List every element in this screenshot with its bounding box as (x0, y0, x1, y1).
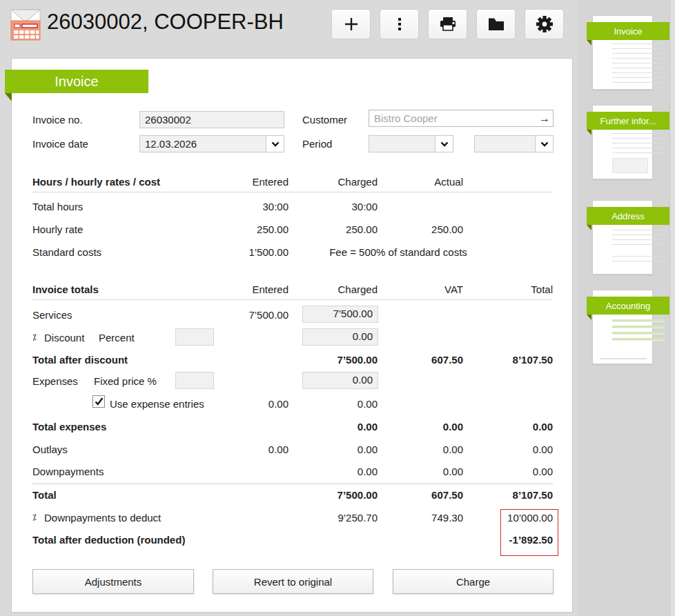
add-button[interactable] (331, 9, 371, 39)
total-after-discount-vat: 607.50 (373, 354, 463, 366)
total-hours-label: Total hours (32, 201, 83, 212)
discount-percent-label: Percent (99, 332, 135, 344)
downpayments-charged: 0.00 (288, 466, 378, 477)
discount-charged-field[interactable]: 0.00 (302, 328, 378, 346)
total-hours-charged: 30:00 (288, 201, 378, 212)
fee-note: Fee = 500% of standard costs (295, 246, 502, 258)
sidebar-item-further-information[interactable]: Further infor... (577, 105, 675, 188)
charge-button[interactable]: Charge (393, 569, 554, 594)
services-label: Services (32, 309, 72, 321)
printer-icon (439, 16, 457, 32)
scrollbar-track[interactable] (669, 0, 675, 616)
hours-col-charged: Charged (288, 176, 378, 188)
downpayments-vat: 0.00 (373, 466, 463, 477)
outlays-label: Outlays (32, 444, 68, 455)
fixed-price-percent-field[interactable] (175, 372, 214, 389)
totals-col-total: Total (463, 284, 553, 295)
folder-button[interactable] (476, 9, 516, 39)
outlays-vat: 0.00 (373, 444, 463, 455)
divider (32, 192, 553, 192)
downpayments-deduct-vat: 749.30 (373, 512, 463, 524)
fixed-price-label: Fixed price % (94, 375, 157, 387)
expenses-charged-field[interactable]: 0.00 (302, 372, 378, 389)
banner-fold (587, 315, 591, 320)
customer-field[interactable]: → (369, 110, 554, 127)
period-to-dropdown-button[interactable] (535, 136, 553, 152)
kebab-menu-icon (391, 16, 408, 32)
hours-section-title: Hours / hourly rates / cost (32, 176, 160, 188)
table-row: ⁒ Downpayments to deduct 9’250.70 749.30… (12, 512, 572, 527)
invoice-date-input[interactable] (140, 138, 266, 150)
thumbnail-preview (612, 319, 665, 343)
invoice-panel: Invoice Invoice no. Customer → Invoice d… (11, 58, 573, 613)
customer-input[interactable] (369, 112, 536, 124)
sidebar-item-label: Address (587, 207, 669, 225)
total-hours-entered: 30:00 (184, 201, 288, 212)
adjustments-button[interactable]: Adjustments (32, 569, 194, 594)
downpayments-label: Downpayments (32, 466, 104, 477)
sidebar-item-accounting[interactable]: Accounting (577, 290, 675, 372)
total-expenses-vat: 0.00 (373, 421, 463, 433)
table-row: Hourly rate 250.00 250.00 250.00 (12, 223, 572, 239)
table-row: Total 7’500.00 607.50 8’107.50 (12, 489, 572, 504)
hours-col-actual: Actual (373, 176, 463, 188)
sidebar-item-label: Invoice (587, 22, 669, 40)
downpayments-deduct-label: Downpayments to deduct (44, 512, 161, 524)
standard-costs-label: Standard costs (32, 246, 101, 258)
revert-to-original-button[interactable]: Revert to original (213, 569, 373, 594)
folder-icon (487, 17, 505, 32)
total-after-deduction-label: Total after deduction (rounded) (32, 534, 185, 546)
table-row: Services 7’500.00 (12, 309, 572, 324)
total-total: 8’107.50 (463, 489, 553, 501)
goto-customer-arrow-icon[interactable]: → (536, 112, 553, 125)
total-after-discount-label: Total after discount (32, 354, 128, 366)
sidebar-item-label: Accounting (587, 297, 669, 315)
period-from-field[interactable] (369, 135, 453, 152)
settings-button[interactable] (525, 9, 564, 39)
hourly-rate-actual: 250.00 (373, 223, 463, 235)
banner-fold (587, 225, 591, 230)
period-from-input[interactable] (369, 138, 435, 150)
services-charged-field[interactable]: 7’500.00 (302, 306, 378, 323)
thumbnail-preview (612, 256, 665, 266)
table-row: Expenses Fixed price % (12, 375, 572, 390)
customer-label: Customer (302, 114, 347, 126)
expenses-label: Expenses (32, 375, 78, 387)
sidebar-item-address[interactable]: Address (577, 200, 675, 283)
invoice-date-label: Invoice date (32, 138, 88, 150)
downpayments-total: 0.00 (463, 466, 553, 477)
invoice-no-input[interactable] (140, 114, 284, 126)
totals-col-vat: VAT (373, 284, 463, 295)
chevron-down-icon (540, 141, 549, 147)
table-row: Total after deduction (rounded) -1’892.5… (12, 534, 572, 549)
page-title: 26030002, COOPER-BH (47, 10, 284, 34)
outlays-charged: 0.00 (288, 444, 378, 455)
table-row: ⁒ Discount Percent (12, 332, 572, 347)
invoice-no-field[interactable] (139, 111, 284, 128)
table-row: Total hours 30:00 30:00 (12, 201, 572, 216)
percent-icon: ⁒ (32, 332, 37, 342)
total-charged: 7’500.00 (288, 489, 378, 501)
period-label: Period (302, 138, 332, 150)
table-row: Outlays 0.00 0.00 0.00 0.00 (12, 444, 572, 459)
period-from-dropdown-button[interactable] (435, 136, 453, 152)
app-header: 26030002, COOPER-BH (0, 0, 577, 48)
period-to-field[interactable] (474, 135, 554, 152)
total-expenses-label: Total expenses (32, 421, 106, 433)
hourly-rate-charged: 250.00 (288, 223, 378, 235)
banner-fold (5, 93, 12, 101)
thumbnail-preview (612, 133, 665, 154)
downpayments-deduct-charged: 9’250.70 (288, 512, 378, 524)
thumbnail-preview (612, 230, 665, 245)
period-to-input[interactable] (475, 138, 535, 150)
table-row: Use expense entries 0.00 0.00 (12, 398, 572, 413)
banner-fold (587, 40, 591, 46)
discount-percent-field[interactable] (175, 328, 214, 346)
standard-costs-entered: 1’500.00 (184, 246, 288, 258)
sidebar-item-invoice[interactable]: Invoice (577, 15, 675, 98)
print-button[interactable] (428, 9, 467, 39)
invoice-date-field[interactable] (139, 135, 284, 152)
more-options-button[interactable] (380, 9, 419, 39)
invoice-date-dropdown-button[interactable] (266, 136, 284, 152)
percent-icon: ⁒ (32, 512, 37, 522)
